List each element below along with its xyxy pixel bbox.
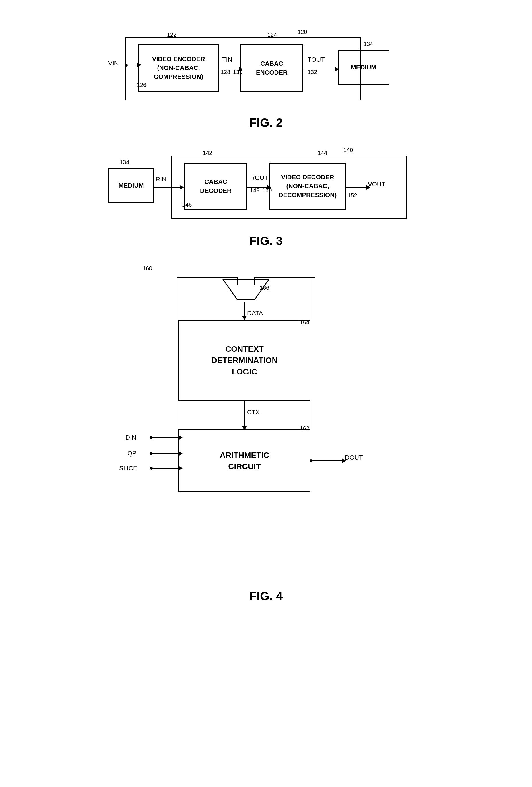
dout-label: DOUT	[345, 454, 363, 461]
medium-label-fig3: MEDIUM	[118, 181, 144, 190]
rin-label: RIN	[155, 176, 166, 183]
ref-124: 124	[268, 31, 277, 38]
cabac-decoder-label: CABAC DECODER	[200, 177, 232, 195]
cabac-encoder-box: CABAC ENCODER	[240, 44, 303, 92]
video-encoder-line2: (NON-CABAC,	[157, 64, 200, 72]
video-decoder-line2: (NON-CABAC,	[286, 182, 329, 191]
fig3-label: FIG. 3	[108, 234, 424, 248]
dout-arrow	[311, 459, 346, 463]
slice-arrow	[151, 466, 183, 470]
fig2-diagram: 120 VIN 126 VIDEO ENCODER (NON-CABAC, CO…	[108, 29, 424, 109]
rout-label: ROUT	[250, 174, 268, 182]
ref-142: 142	[203, 150, 212, 156]
video-decoder-box: VIDEO DECODER (NON-CABAC, DECOMPRESSION)	[269, 163, 346, 210]
video-encoder-line3: COMPRESSION)	[154, 72, 203, 82]
tin-arrow	[219, 67, 243, 71]
ref-134-fig3: 134	[120, 159, 129, 166]
ref-122: 122	[167, 31, 176, 38]
medium-box-fig3: MEDIUM	[108, 168, 154, 203]
feedback-right-line	[254, 277, 255, 285]
vout-arrow	[346, 185, 370, 190]
ref-144: 144	[318, 150, 327, 156]
ref-166: 166	[260, 284, 269, 291]
din-arrow	[151, 435, 183, 440]
fig4-container: 160	[108, 265, 424, 603]
page: 120 VIN 126 VIDEO ENCODER (NON-CABAC, CO…	[0, 0, 532, 787]
arithmetic-line1: ARITHMETIC	[220, 450, 270, 461]
tin-label: TIN	[222, 56, 232, 63]
fig3-container: 140 MEDIUM 134 RIN 146 CABAC DECODER	[108, 147, 424, 248]
medium-box-fig2: MEDIUM	[338, 50, 389, 85]
fig4-label: FIG. 4	[108, 589, 424, 603]
qp-label: QP	[127, 450, 136, 457]
arithmetic-circuit-box: ARITHMETIC CIRCUIT	[178, 429, 311, 492]
vout-label: VOUT	[368, 181, 385, 188]
slice-label: SLICE	[119, 465, 137, 472]
ref-160: 160	[143, 265, 152, 272]
context-line2: DETERMINATION	[211, 355, 277, 366]
context-line1: CONTEXT	[225, 343, 264, 355]
video-encoder-box: VIDEO ENCODER (NON-CABAC, COMPRESSION)	[138, 44, 219, 92]
medium-label-fig2: MEDIUM	[350, 63, 376, 72]
cabac-decoder-box: CABAC DECODER	[184, 163, 247, 210]
qp-arrow	[151, 451, 183, 456]
ref-140: 140	[343, 147, 353, 153]
video-encoder-line1: VIDEO ENCODER	[152, 55, 205, 64]
ref-120: 120	[298, 29, 307, 35]
tout-label: TOUT	[307, 56, 324, 63]
tout-arrow	[303, 67, 339, 71]
context-determination-box: CONTEXT DETERMINATION LOGIC	[178, 320, 311, 401]
feedback-top-right	[255, 277, 315, 278]
fig3-diagram: 140 MEDIUM 134 RIN 146 CABAC DECODER	[108, 147, 424, 227]
ref-152: 152	[347, 192, 357, 199]
ctx-label: CTX	[247, 408, 260, 416]
funnel-to-context-arrow	[242, 302, 247, 320]
left-vert-feedback	[178, 277, 178, 321]
data-label: DATA	[247, 310, 263, 317]
left-feedback-full	[178, 321, 178, 429]
din-label: DIN	[125, 434, 136, 441]
rin-arrow	[154, 185, 184, 190]
video-decoder-line3: DECOMPRESSION)	[279, 191, 337, 200]
context-line3: LOGIC	[232, 366, 257, 377]
rout-arrow	[247, 185, 272, 190]
fig4-diagram: 166 DATA 164 CONTEXT DETERMINATION LOGIC	[108, 277, 424, 587]
right-vert-feedback	[310, 277, 310, 321]
arithmetic-line2: CIRCUIT	[228, 461, 261, 472]
fig2-label: FIG. 2	[108, 116, 424, 130]
vin-label: VIN	[108, 60, 119, 67]
fig2-container: 120 VIN 126 VIDEO ENCODER (NON-CABAC, CO…	[108, 29, 424, 130]
ref-134-fig2: 134	[364, 41, 373, 47]
context-to-arith-arrow	[242, 401, 247, 430]
video-decoder-line1: VIDEO DECODER	[281, 173, 334, 182]
cabac-encoder-label: CABAC ENCODER	[256, 59, 288, 77]
feedback-top-left	[177, 277, 238, 278]
feedback-left-line	[237, 277, 238, 285]
right-feedback-full	[310, 321, 310, 459]
